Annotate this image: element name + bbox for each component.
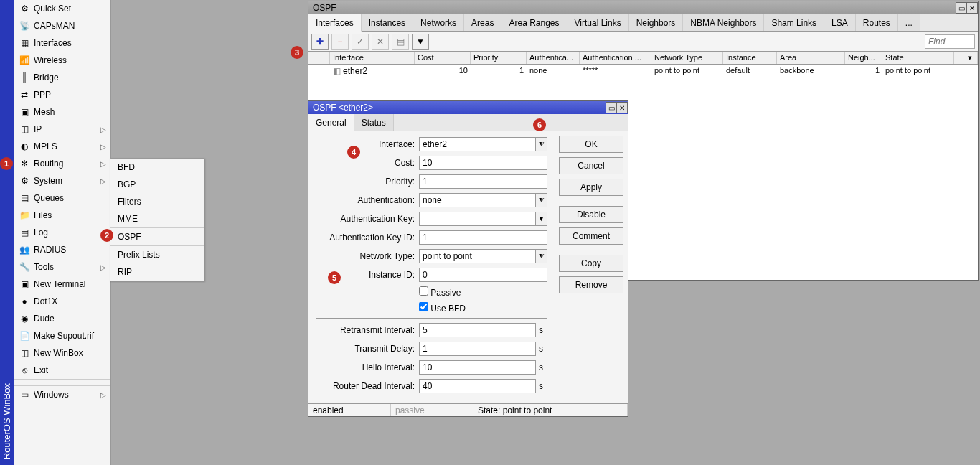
authkeyid-field[interactable] [419,230,547,245]
submenu-bfd[interactable]: BFD [110,159,204,176]
add-button[interactable]: ✚ [311,34,329,50]
submenu-ospf[interactable]: OSPF [110,228,204,245]
priority-field[interactable] [419,174,547,189]
dropdown-icon[interactable]: ▼ [536,212,547,226]
submenu-prefix-lists[interactable]: Prefix Lists [110,246,204,263]
submenu-rip[interactable]: RIP [110,263,204,281]
close-icon[interactable]: ✕ [966,2,978,14]
sidebar-item-wireless[interactable]: 📶Wireless [14,52,110,69]
ok-button[interactable]: OK [559,136,623,153]
filter-button[interactable]: ▼ [412,34,429,50]
submenu-bgp[interactable]: BGP [110,176,204,193]
passive-checkbox[interactable]: Passive [419,286,461,298]
sidebar-item-label: Dot1X [34,296,57,306]
sidebar-item-quick-set[interactable]: ⚙Quick Set [14,0,110,17]
minimize-icon[interactable]: ▭ [606,102,617,113]
sidebar-item-new-terminal[interactable]: ▣New Terminal [14,276,110,293]
sidebar-item-dude[interactable]: ◉Dude [14,310,110,327]
sidebar-item-ppp[interactable]: ⇄PPP [14,86,110,103]
submenu-filters[interactable]: Filters [110,193,204,210]
tab-lsa[interactable]: LSA [824,14,856,31]
tab-area-ranges[interactable]: Area Ranges [501,14,567,31]
remove-button[interactable]: Remove [559,276,623,293]
nettype-field[interactable] [419,249,536,263]
sidebar-item-system[interactable]: ⚙System▷ [14,172,110,189]
copy-button[interactable]: Copy [559,255,623,272]
retransmit-field[interactable] [419,323,536,337]
comment-button[interactable]: ▤ [392,34,409,50]
enable-button[interactable]: ✓ [352,34,369,50]
col-network-type[interactable]: Network Type [651,52,723,64]
tab-neighbors[interactable]: Neighbors [629,14,684,31]
col-authentication-[interactable]: Authentication ... [580,52,651,64]
col-instance[interactable]: Instance [723,52,777,64]
sidebar-item-label: CAPsMAN [34,21,75,31]
find-input[interactable] [925,34,975,49]
sidebar-item-files[interactable]: 📁Files [14,207,110,224]
tab-areas[interactable]: Areas [464,14,501,31]
sidebar-item-make-supout-rif[interactable]: 📄Make Supout.rif [14,327,110,344]
cancel-button[interactable]: Cancel [559,157,623,174]
sidebar-item-bridge[interactable]: ╫Bridge [14,69,110,86]
chevron-right-icon: ▷ [100,391,106,399]
sidebar-item-routing[interactable]: ✻Routing▷ [14,155,110,172]
tab-virtual-links[interactable]: Virtual Links [567,14,629,31]
sidebar-item-queues[interactable]: ▤Queues [14,189,110,207]
tab-instances[interactable]: Instances [362,14,413,31]
windows-icon: ▭ [19,389,30,400]
make supout.rif-icon: 📄 [19,330,30,342]
col-cost[interactable]: Cost [415,52,471,64]
interface-field[interactable] [419,137,536,151]
col-area[interactable]: Area [777,52,845,64]
col-icon[interactable] [308,52,330,64]
sidebar-item-mesh[interactable]: ▣Mesh [14,103,110,121]
dropdown-icon[interactable]: ⧨ [536,137,547,151]
instid-field[interactable] [419,268,547,282]
sidebar-item-new-winbox[interactable]: ◫New WinBox [14,344,110,362]
table-row[interactable]: ◧ ether2 10 1 none ***** point to point … [308,65,978,78]
col-neigh-[interactable]: Neigh... [845,52,882,64]
tab-nbma-neighbors[interactable]: NBMA Neighbors [683,14,764,31]
dialog-titlebar[interactable]: OSPF <ether2> ▭ ✕ [308,101,628,114]
usebfd-checkbox[interactable]: Use BFD [419,302,466,314]
comment-button[interactable]: Comment [559,227,623,245]
col-state[interactable]: State [882,52,954,64]
tab-general[interactable]: General [308,114,354,131]
sidebar-item-dot1x[interactable]: ●Dot1X [14,293,110,310]
disable-button[interactable]: ✕ [372,34,389,50]
sidebar-item-windows[interactable]: ▭ Windows ▷ [14,386,110,403]
tab-networks[interactable]: Networks [413,14,464,31]
col-priority[interactable]: Priority [471,52,527,64]
hello-field[interactable] [419,360,536,375]
tab-routes[interactable]: Routes [856,14,898,31]
tab-sham-links[interactable]: Sham Links [764,14,824,31]
sidebar-item-log[interactable]: ▤Log [14,224,110,241]
sidebar-item-interfaces[interactable]: ▦Interfaces [14,34,110,52]
col-interface[interactable]: Interface [330,52,415,64]
sidebar-item-radius[interactable]: 👥RADIUS [14,241,110,258]
authentication-field[interactable] [419,193,536,207]
sidebar-item-tools[interactable]: 🔧Tools▷ [14,258,110,276]
sidebar-item-ip[interactable]: ◫IP▷ [14,121,110,138]
cost-field[interactable] [419,156,547,170]
ospf-titlebar[interactable]: OSPF ▭ ✕ [308,1,978,14]
dropdown-icon[interactable]: ⧨ [536,249,547,263]
sidebar-item-mpls[interactable]: ◐MPLS▷ [14,138,110,155]
transdelay-field[interactable] [419,342,536,356]
tab-interfaces[interactable]: Interfaces [308,14,362,32]
sidebar-item-exit[interactable]: ⎋Exit [14,362,110,379]
submenu-mme[interactable]: MME [110,210,204,227]
col-authentica-[interactable]: Authentica... [527,52,580,64]
authkey-field[interactable] [419,212,536,226]
disable-button[interactable]: Disable [559,206,623,223]
tab--[interactable]: ... [898,14,920,31]
tab-status[interactable]: Status [354,114,394,131]
close-icon[interactable]: ✕ [616,102,628,113]
column-menu-icon[interactable]: ▾ [965,52,978,64]
minimize-icon[interactable]: ▭ [956,2,967,14]
dead-field[interactable] [419,379,536,393]
dropdown-icon[interactable]: ⧨ [536,193,547,207]
apply-button[interactable]: Apply [559,179,623,196]
remove-button[interactable]: − [331,34,349,50]
sidebar-item-capsman[interactable]: 📡CAPsMAN [14,17,110,34]
